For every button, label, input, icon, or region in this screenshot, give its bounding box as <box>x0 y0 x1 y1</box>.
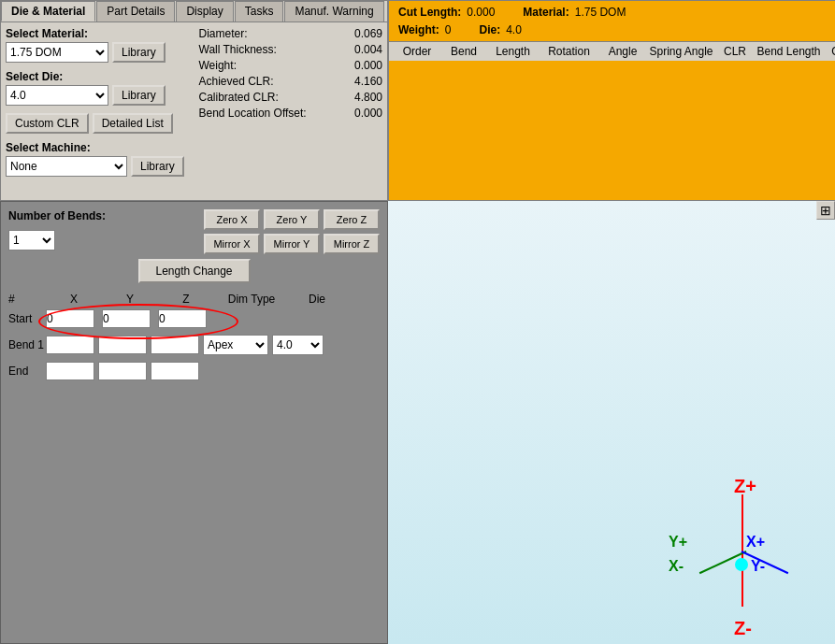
start-row: Start <box>8 308 380 330</box>
col-header-x: X <box>46 293 102 306</box>
tab-die-material[interactable]: Die & Material <box>1 1 95 21</box>
weight-value: 0.000 <box>354 59 382 72</box>
left-content: Select Material: 1.75 DOM Library Select… <box>1 22 387 189</box>
col-header-hash: # <box>8 293 46 306</box>
achieved-clr-label: Achieved CLR: <box>199 75 274 88</box>
mirror-buttons-row: Mirror X Mirror Y Mirror Z <box>204 234 380 254</box>
y-plus-label: Y+ <box>669 534 687 551</box>
mirror-x-btn[interactable]: Mirror X <box>204 234 260 254</box>
die-label: Select Die: <box>6 70 190 83</box>
th-bend-length: Bend Length <box>754 45 824 58</box>
table-header: Order Bend Length Rotation Angle Spring … <box>389 41 835 61</box>
x-minus-label: X- <box>669 558 684 575</box>
machine-field-row: None Library <box>6 156 190 177</box>
bends-select[interactable]: 1 <box>8 230 55 250</box>
tab-part-details[interactable]: Part Details <box>96 1 175 21</box>
bend1-z-input[interactable] <box>151 336 199 354</box>
bend1-dimtype-select[interactable]: Apex <box>203 335 268 355</box>
die-info-key: Die: <box>479 23 500 36</box>
data-table-header: # X Y Z Dim Type Die <box>8 291 380 308</box>
axis-center-dot <box>735 558 748 571</box>
weight-info-item: Weight: 0 <box>398 23 451 36</box>
calibrated-clr-label: Calibrated CLR: <box>199 91 279 104</box>
bends-label: Number of Bends: <box>8 209 106 222</box>
wall-thickness-label: Wall Thickness: <box>199 43 277 56</box>
custom-buttons: Custom CLR Detailed List <box>6 113 190 134</box>
die-info-item: Die: 4.0 <box>479 23 521 36</box>
material-label: Select Material: <box>6 27 190 40</box>
start-y-input[interactable] <box>102 309 151 328</box>
th-spring-angle: Spring Angle <box>646 45 716 58</box>
col-header-z: Z <box>158 293 214 306</box>
th-orientation: Orientation <box>824 45 835 58</box>
end-row-label: End <box>8 365 46 378</box>
x-plus-label: X+ <box>746 534 765 551</box>
tab-tasks[interactable]: Tasks <box>235 1 284 21</box>
zero-z-btn[interactable]: Zero Z <box>324 209 380 230</box>
y-minus-label: Y- <box>751 558 765 575</box>
material-info-val: 1.75 DOM <box>575 6 626 19</box>
die-info-val: 4.0 <box>506 23 522 36</box>
machine-label: Select Machine: <box>6 141 190 154</box>
custom-clr-btn[interactable]: Custom CLR <box>6 113 89 134</box>
bend1-die-select[interactable]: 4.0 <box>272 335 324 355</box>
weight-info-val: 0 <box>445 23 452 36</box>
bend1-row: Bend 1 Apex 4.0 <box>8 333 380 357</box>
detailed-list-btn[interactable]: Detailed List <box>93 113 173 134</box>
col-header-die: Die <box>289 293 345 306</box>
top-controls: Number of Bends: 1 Zero X Zero Y Zero Z … <box>8 209 380 254</box>
bend1-x-input[interactable] <box>46 336 94 354</box>
calibrated-clr-value: 4.800 <box>354 91 382 104</box>
info-bottom: Weight: 0 Die: 4.0 <box>389 19 835 41</box>
end-x-input[interactable] <box>46 362 94 380</box>
diameter-label: Diameter: <box>199 27 248 40</box>
die-field-row: 4.0 Library <box>6 85 190 106</box>
material-library-btn[interactable]: Library <box>112 42 166 63</box>
material-select[interactable]: 1.75 DOM <box>6 42 108 63</box>
bend-location-value: 0.000 <box>354 107 382 120</box>
diameter-row: Diameter: 0.069 <box>199 27 383 40</box>
bend1-row-label: Bend 1 <box>8 338 46 351</box>
tab-manuf-warning[interactable]: Manuf. Warning <box>284 1 383 21</box>
bottom-section: Number of Bends: 1 Zero X Zero Y Zero Z … <box>0 201 835 644</box>
tabs: Die & Material Part Details Display Task… <box>1 1 387 22</box>
th-length: Length <box>487 45 539 58</box>
z-plus-label: Z+ <box>734 476 756 497</box>
zero-buttons-row: Zero X Zero Y Zero Z <box>204 209 380 230</box>
left-panel: Die & Material Part Details Display Task… <box>0 0 388 201</box>
material-group: Select Material: 1.75 DOM Library <box>6 27 190 63</box>
th-angle: Angle <box>599 45 646 58</box>
wall-thickness-row: Wall Thickness: 0.004 <box>199 43 383 56</box>
zero-x-btn[interactable]: Zero X <box>204 209 260 230</box>
col-header-y: Y <box>102 293 158 306</box>
bend1-y-input[interactable] <box>98 336 147 354</box>
length-change-btn[interactable]: Length Change <box>138 259 251 283</box>
grid-corner-btn[interactable]: ⊞ <box>816 201 835 220</box>
left-bottom: Number of Bends: 1 Zero X Zero Y Zero Z … <box>0 201 388 644</box>
weight-info-key: Weight: <box>398 23 439 36</box>
th-order: Order <box>394 45 440 58</box>
right-bottom-3d: ⊞ Z+ Z- Y+ X- X+ Y- <box>388 201 835 644</box>
z-minus-label: Z- <box>734 618 752 639</box>
th-bend: Bend <box>440 45 487 58</box>
data-table: # X Y Z Dim Type Die Start <box>8 291 380 382</box>
machine-library-btn[interactable]: Library <box>131 156 184 177</box>
length-change-row: Length Change <box>8 259 380 283</box>
material-field-row: 1.75 DOM Library <box>6 42 190 63</box>
start-z-input[interactable] <box>158 309 207 328</box>
mirror-z-btn[interactable]: Mirror Z <box>324 234 380 254</box>
mirror-y-btn[interactable]: Mirror Y <box>264 234 320 254</box>
die-library-btn[interactable]: Library <box>112 85 166 106</box>
material-info-key: Material: <box>523 6 569 19</box>
die-select[interactable]: 4.0 <box>6 85 108 106</box>
tab-display[interactable]: Display <box>176 1 233 21</box>
end-z-input[interactable] <box>151 362 199 380</box>
end-row: End <box>8 360 380 382</box>
machine-select[interactable]: None <box>6 156 127 177</box>
bend-location-row: Bend Location Offset: 0.000 <box>199 107 383 120</box>
start-x-input[interactable] <box>46 309 94 328</box>
end-y-input[interactable] <box>98 362 147 380</box>
material-info-item: Material: 1.75 DOM <box>523 6 626 19</box>
zero-y-btn[interactable]: Zero Y <box>264 209 320 230</box>
die-group: Select Die: 4.0 Library <box>6 70 190 106</box>
